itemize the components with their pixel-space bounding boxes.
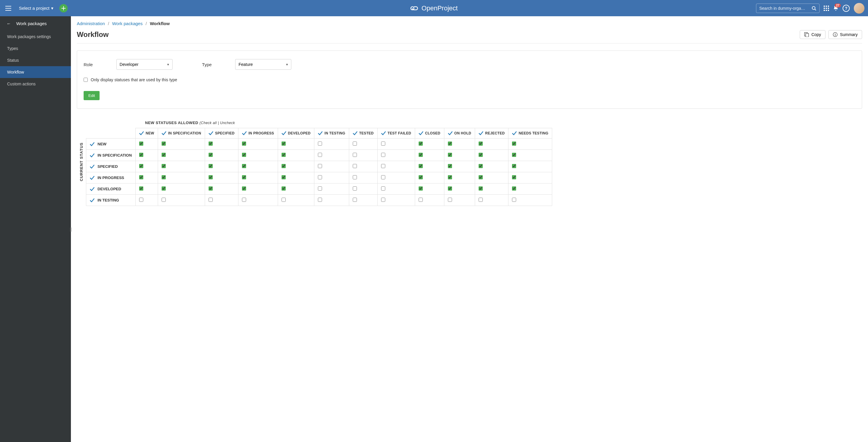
- matrix-row-header[interactable]: IN PROGRESS: [86, 172, 135, 184]
- matrix-checkbox[interactable]: [209, 153, 213, 157]
- matrix-checkbox[interactable]: [209, 175, 213, 179]
- matrix-checkbox[interactable]: [512, 186, 516, 191]
- matrix-checkbox[interactable]: [282, 186, 286, 191]
- matrix-checkbox[interactable]: [318, 186, 322, 191]
- matrix-checkbox[interactable]: [448, 141, 452, 146]
- matrix-checkbox[interactable]: [162, 186, 166, 191]
- matrix-checkbox[interactable]: [282, 141, 286, 146]
- matrix-checkbox[interactable]: [418, 153, 423, 157]
- matrix-checkbox[interactable]: [209, 186, 213, 191]
- matrix-checkbox[interactable]: [418, 198, 423, 202]
- only-used-checkbox-row[interactable]: Only display statuses that are used by t…: [84, 77, 855, 82]
- matrix-row-header[interactable]: SPECIFIED: [86, 161, 135, 172]
- sidebar-item-workflow[interactable]: Workflow: [0, 66, 71, 78]
- matrix-checkbox[interactable]: [139, 175, 143, 179]
- matrix-col-header[interactable]: ON HOLD: [444, 128, 475, 138]
- matrix-checkbox[interactable]: [478, 198, 483, 202]
- matrix-checkbox[interactable]: [162, 175, 166, 179]
- matrix-row-header[interactable]: NEW: [86, 138, 135, 150]
- sidebar-item-status[interactable]: Status: [0, 54, 71, 66]
- matrix-col-header[interactable]: CLOSED: [415, 128, 444, 138]
- matrix-checkbox[interactable]: [242, 164, 246, 168]
- matrix-caption-links[interactable]: (Check all | Uncheck: [199, 121, 235, 125]
- matrix-checkbox[interactable]: [282, 175, 286, 179]
- matrix-checkbox[interactable]: [353, 153, 357, 157]
- matrix-checkbox[interactable]: [381, 186, 385, 191]
- project-selector[interactable]: Select a project ▾: [16, 4, 56, 13]
- matrix-checkbox[interactable]: [139, 198, 143, 202]
- matrix-checkbox[interactable]: [448, 186, 452, 191]
- matrix-col-header[interactable]: IN SPECIFICATION: [158, 128, 205, 138]
- matrix-checkbox[interactable]: [162, 164, 166, 168]
- matrix-checkbox[interactable]: [353, 141, 357, 146]
- matrix-checkbox[interactable]: [478, 141, 483, 146]
- matrix-checkbox[interactable]: [512, 198, 516, 202]
- matrix-checkbox[interactable]: [162, 198, 166, 202]
- matrix-checkbox[interactable]: [381, 153, 385, 157]
- matrix-row-header[interactable]: IN TESTING: [86, 195, 135, 206]
- breadcrumb-link-work-packages[interactable]: Work packages: [112, 21, 143, 26]
- matrix-checkbox[interactable]: [353, 198, 357, 202]
- search-input[interactable]: [759, 6, 812, 11]
- matrix-checkbox[interactable]: [353, 175, 357, 179]
- only-used-checkbox[interactable]: [84, 78, 88, 82]
- matrix-checkbox[interactable]: [448, 153, 452, 157]
- matrix-checkbox[interactable]: [478, 175, 483, 179]
- matrix-col-header[interactable]: REJECTED: [475, 128, 508, 138]
- matrix-row-header[interactable]: DEVELOPED: [86, 184, 135, 195]
- matrix-checkbox[interactable]: [209, 198, 213, 202]
- matrix-checkbox[interactable]: [381, 164, 385, 168]
- hamburger-icon[interactable]: [4, 4, 13, 13]
- matrix-checkbox[interactable]: [209, 164, 213, 168]
- matrix-checkbox[interactable]: [242, 141, 246, 146]
- matrix-checkbox[interactable]: [418, 186, 423, 191]
- matrix-checkbox[interactable]: [418, 141, 423, 146]
- matrix-checkbox[interactable]: [242, 153, 246, 157]
- matrix-checkbox[interactable]: [242, 175, 246, 179]
- matrix-col-header[interactable]: SPECIFIED: [205, 128, 238, 138]
- matrix-checkbox[interactable]: [381, 141, 385, 146]
- matrix-checkbox[interactable]: [162, 153, 166, 157]
- matrix-checkbox[interactable]: [139, 153, 143, 157]
- matrix-col-header[interactable]: NEW: [135, 128, 158, 138]
- edit-button[interactable]: Edit: [84, 91, 99, 100]
- matrix-checkbox[interactable]: [282, 164, 286, 168]
- summary-button[interactable]: Summary: [829, 30, 862, 39]
- search-box[interactable]: [756, 4, 819, 13]
- matrix-checkbox[interactable]: [512, 164, 516, 168]
- add-button[interactable]: [59, 4, 68, 12]
- matrix-checkbox[interactable]: [448, 164, 452, 168]
- matrix-checkbox[interactable]: [282, 153, 286, 157]
- matrix-checkbox[interactable]: [448, 175, 452, 179]
- avatar[interactable]: [854, 3, 864, 13]
- matrix-checkbox[interactable]: [242, 198, 246, 202]
- matrix-col-header[interactable]: IN PROGRESS: [238, 128, 278, 138]
- role-select[interactable]: Developer: [116, 59, 173, 70]
- matrix-checkbox[interactable]: [381, 198, 385, 202]
- matrix-checkbox[interactable]: [318, 141, 322, 146]
- help-button[interactable]: ?: [843, 5, 850, 12]
- matrix-col-header[interactable]: TESTED: [349, 128, 377, 138]
- matrix-checkbox[interactable]: [353, 164, 357, 168]
- matrix-checkbox[interactable]: [282, 198, 286, 202]
- sidebar-back[interactable]: ← Work packages: [0, 16, 71, 31]
- matrix-checkbox[interactable]: [512, 141, 516, 146]
- matrix-checkbox[interactable]: [318, 175, 322, 179]
- sidebar-collapse-handle[interactable]: ‖: [70, 227, 72, 232]
- matrix-checkbox[interactable]: [318, 153, 322, 157]
- matrix-checkbox[interactable]: [353, 186, 357, 191]
- sidebar-item-types[interactable]: Types: [0, 42, 71, 54]
- matrix-checkbox[interactable]: [139, 141, 143, 146]
- sidebar-item-custom-actions[interactable]: Custom actions: [0, 78, 71, 90]
- matrix-checkbox[interactable]: [139, 186, 143, 191]
- matrix-checkbox[interactable]: [512, 153, 516, 157]
- matrix-checkbox[interactable]: [139, 164, 143, 168]
- matrix-checkbox[interactable]: [242, 186, 246, 191]
- matrix-checkbox[interactable]: [418, 164, 423, 168]
- matrix-checkbox[interactable]: [318, 164, 322, 168]
- type-select[interactable]: Feature: [235, 59, 291, 70]
- matrix-checkbox[interactable]: [209, 141, 213, 146]
- breadcrumb-link-administration[interactable]: Administration: [77, 21, 105, 26]
- matrix-checkbox[interactable]: [418, 175, 423, 179]
- apps-grid-icon[interactable]: [824, 6, 829, 11]
